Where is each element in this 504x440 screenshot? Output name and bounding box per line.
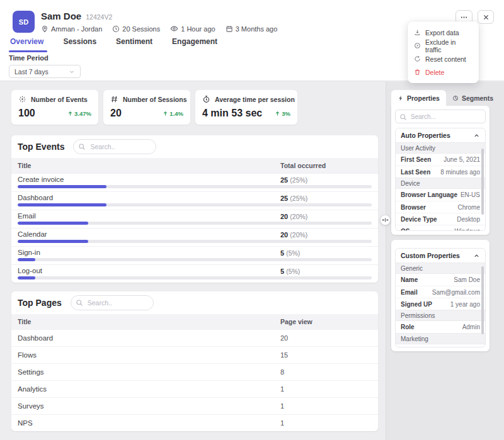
tab-engagement[interactable]: Engagement [171,35,219,54]
event-progress-track [18,203,372,206]
auto-properties-title: Auto Properties [401,132,450,139]
main-content: Number of Events 100 3.47% Number of Ses… [0,82,504,440]
close-icon [483,14,490,21]
table-row[interactable]: Log-out 5 (5%) [11,264,378,283]
property-group: Marketing [396,333,485,344]
table-row[interactable]: Email 20 (20%) [11,210,378,228]
lightning-icon [398,95,404,101]
location-pin-icon [41,25,49,33]
user-location: Amman - Jordan [41,25,102,33]
top-events-card: Top Events Title Total occurred Create i… [11,135,378,283]
property-group: Permissions [396,310,485,321]
stat-delta: 3% [275,110,290,117]
menu-item-exclude-in-traffic[interactable]: Exclude in traffic [408,39,479,52]
property-row: EmailSam@gmail.com [396,286,485,298]
user-name: Sam Doe [41,11,81,21]
chevron-down-icon [69,69,75,75]
property-row: RoleAdmin [396,321,485,333]
event-progress-fill [18,222,88,225]
time-period-select[interactable]: Last 7 days [9,65,81,78]
tab-sentiment[interactable]: Sentiment [115,35,154,54]
event-progress-fill [18,185,106,188]
stat-cards: Number of Events 100 3.47% Number of Ses… [11,90,378,125]
property-row: Last Seen8 minutes ago [396,166,485,178]
table-row[interactable]: Dashboard 25 (25%) [11,191,378,210]
property-group: Device [396,178,485,189]
hash-icon [110,95,118,103]
close-button[interactable] [478,10,494,24]
event-progress-track [18,185,372,188]
table-row[interactable]: Analytics1 [11,380,378,397]
auto-properties-card: Auto Properties User Activity First Seen… [391,106,490,235]
custom-properties-title: Custom Properties [401,252,460,259]
horizontal-resize-icon [382,217,389,223]
property-group: User Activity [396,142,485,154]
table-row[interactable]: Flows15 [11,346,378,363]
stat-card-sessions: Number of Sessions 20 1.4% [103,90,190,125]
event-progress-fill [18,276,35,279]
table-row[interactable]: Settings8 [11,363,378,380]
menu-item-export-data[interactable]: Export data [408,26,479,39]
table-row[interactable]: NPS1 [11,414,378,431]
event-progress-track [18,240,372,243]
auto-properties-list: User Activity First SeenJune 5, 2021 Las… [396,142,485,230]
session-count: 20 Sessions [112,25,160,33]
table-row[interactable]: Calendar 20 (20%) [11,228,378,246]
stat-card-events: Number of Events 100 3.47% [11,90,98,125]
table-row[interactable]: Sign-in 5 (5%) [11,246,378,264]
properties-search-input[interactable] [395,110,486,123]
pie-chart-icon [452,95,459,101]
top-events-table-header: Title Total occurred [11,158,378,173]
scrollbar-thumb[interactable] [481,149,484,215]
event-progress-fill [18,240,88,243]
table-row[interactable]: Create invoice 25 (25%) [11,173,378,191]
top-pages-card: Top Pages Title Page view Dashboard20 Fl… [11,291,378,431]
property-row: BrowserChrome [396,201,485,213]
chevron-up-icon[interactable] [473,252,480,259]
tab-segments[interactable]: Segments [446,90,500,106]
up-arrow-icon [67,111,73,116]
custom-properties-card: Custom Properties Generic NameSam Doe Em… [391,240,490,351]
time-period-label: Time Period [9,54,81,62]
chevron-up-icon[interactable] [473,132,480,139]
stat-card-avg-time: Average time per session 4 min 53 sec 3% [195,90,297,125]
stat-value: 4 min 53 sec [202,108,262,119]
custom-properties-list: Generic NameSam Doe EmailSam@gmail.com S… [396,262,485,347]
scrollbar-thumb[interactable] [481,266,484,334]
menu-item-delete[interactable]: Delete [408,65,479,79]
stat-delta: 1.4% [163,110,183,117]
trash-icon [414,69,421,76]
reset-icon [414,55,421,62]
table-row[interactable]: Surveys1 [11,397,378,414]
tab-sessions[interactable]: Sessions [62,35,98,54]
property-row: NameSam Doe [396,274,485,286]
property-row: OSWindows [396,225,485,230]
tab-overview[interactable]: Overview [9,35,45,54]
stat-delta: 3.47% [67,110,91,117]
property-row: First SeenJune 5, 2021 [396,154,485,166]
event-progress-track [18,222,372,225]
exclude-icon [414,42,421,49]
panel-resize-handle[interactable] [380,215,391,225]
eye-icon [170,25,178,33]
profile-tabs: Overview Sessions Sentiment Engagement [9,35,236,54]
tab-properties[interactable]: Properties [391,90,446,106]
event-progress-track [18,276,372,279]
user-id: 12424V2 [86,13,112,21]
menu-item-reset-content[interactable]: Reset content [408,52,479,65]
user-profile-header: SD Sam Doe 12424V2 Amman - Jordan 20 Ses… [0,0,504,81]
stopwatch-icon [202,95,210,103]
stat-title: Number of Events [31,96,88,103]
top-pages-title: Top Pages [18,298,62,308]
last-seen-ago: 1 Hour ago [170,25,215,33]
context-menu: Export data Exclude in traffic Reset con… [408,21,479,83]
event-progress-fill [18,258,35,261]
avatar: SD [13,11,35,33]
properties-column: Properties Segments Auto Properties [386,82,504,440]
stat-title: Average time per session [215,96,295,103]
table-row[interactable]: Dashboard20 [11,329,378,346]
stat-title: Number of Sessions [123,96,187,103]
stat-value: 20 [110,108,122,119]
download-icon [414,29,421,36]
property-group: Generic [396,262,485,274]
